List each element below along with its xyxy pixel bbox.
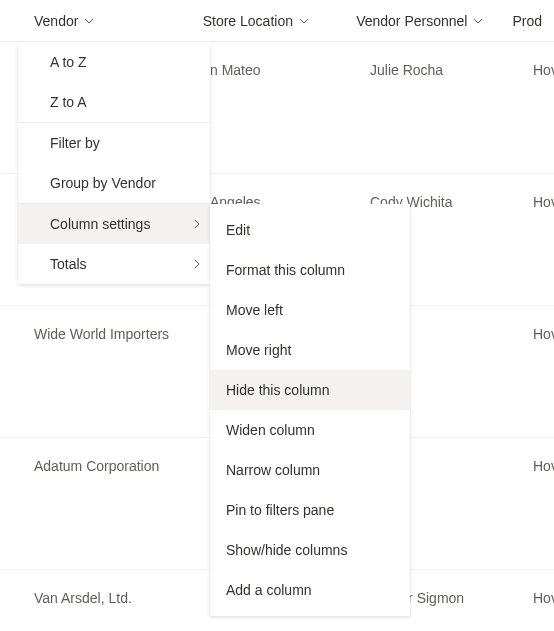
menu-item-totals[interactable]: Totals <box>18 244 210 284</box>
submenu-item-move-left[interactable]: Move left <box>210 290 410 330</box>
column-header-store-location[interactable]: Store Location <box>191 13 344 29</box>
cell-product: Hove <box>521 306 554 437</box>
submenu-item-label: Move left <box>226 302 283 318</box>
menu-item-label: Z to A <box>50 94 87 110</box>
menu-item-label: Column settings <box>50 216 150 232</box>
column-dropdown-menu: A to Z Z to A Filter by Group by Vendor … <box>18 42 210 284</box>
chevron-right-icon <box>194 259 200 269</box>
submenu-item-label: Widen column <box>226 422 315 438</box>
cell-product: Hove <box>521 570 554 630</box>
chevron-right-icon <box>194 219 200 229</box>
submenu-item-edit[interactable]: Edit <box>210 210 410 250</box>
chevron-down-icon <box>84 16 94 26</box>
column-header-product[interactable]: Prod <box>500 13 554 29</box>
submenu-item-label: Edit <box>226 222 250 238</box>
menu-item-z-to-a[interactable]: Z to A <box>18 82 210 122</box>
menu-item-label: Totals <box>50 256 87 272</box>
column-header-vendor-label: Vendor <box>34 13 78 29</box>
submenu-item-label: Format this column <box>226 262 345 278</box>
menu-item-a-to-z[interactable]: A to Z <box>18 42 210 82</box>
submenu-item-show-hide-columns[interactable]: Show/hide columns <box>210 530 410 570</box>
menu-item-label: Group by Vendor <box>50 175 156 191</box>
submenu-item-narrow-column[interactable]: Narrow column <box>210 450 410 490</box>
menu-item-label: Filter by <box>50 135 100 151</box>
column-header-store-label: Store Location <box>203 13 293 29</box>
column-header-person-label: Vendor Personnel <box>356 13 467 29</box>
submenu-item-label: Narrow column <box>226 462 320 478</box>
cell-person: Julie Rocha <box>358 42 521 173</box>
cell-vendor: Adatum Corporation <box>0 438 198 569</box>
cell-vendor: Van Arsdel, Ltd. <box>0 570 198 630</box>
column-header-row: Vendor Store Location Vendor Personnel P… <box>0 0 554 42</box>
submenu-item-label: Hide this column <box>226 382 330 398</box>
menu-item-column-settings[interactable]: Column settings <box>18 204 210 244</box>
submenu-item-label: Pin to filters pane <box>226 502 334 518</box>
cell-vendor: Wide World Importers <box>0 306 198 437</box>
cell-store: n Mateo <box>198 42 358 173</box>
menu-item-group-by-vendor[interactable]: Group by Vendor <box>18 163 210 203</box>
cell-product: Hove <box>521 438 554 569</box>
chevron-down-icon <box>299 16 309 26</box>
cell-product: Hove <box>521 42 554 173</box>
column-header-vendor-personnel[interactable]: Vendor Personnel <box>344 13 500 29</box>
submenu-item-label: Show/hide columns <box>226 542 347 558</box>
submenu-item-widen-column[interactable]: Widen column <box>210 410 410 450</box>
submenu-item-add-column[interactable]: Add a column <box>210 570 410 610</box>
cell-product: Hove <box>521 174 554 305</box>
column-header-product-label: Prod <box>512 13 542 29</box>
submenu-item-hide-column[interactable]: Hide this column <box>210 370 410 410</box>
menu-item-label: A to Z <box>50 54 87 70</box>
column-settings-submenu: Edit Format this column Move left Move r… <box>210 204 410 616</box>
menu-item-filter-by[interactable]: Filter by <box>18 123 210 163</box>
submenu-item-pin-to-filters[interactable]: Pin to filters pane <box>210 490 410 530</box>
submenu-item-label: Add a column <box>226 582 312 598</box>
chevron-down-icon <box>473 16 483 26</box>
column-header-vendor[interactable]: Vendor <box>0 13 191 29</box>
submenu-item-format-column[interactable]: Format this column <box>210 250 410 290</box>
submenu-item-label: Move right <box>226 342 291 358</box>
submenu-item-move-right[interactable]: Move right <box>210 330 410 370</box>
